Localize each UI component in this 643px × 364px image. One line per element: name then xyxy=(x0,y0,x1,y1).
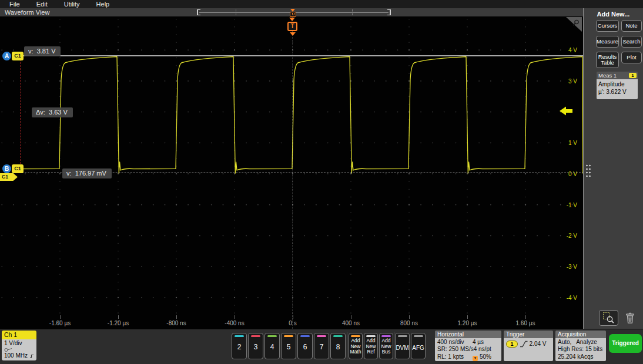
menu-utility[interactable]: Utility xyxy=(64,1,80,8)
channel-color-stripe xyxy=(414,335,423,337)
trigger-level: 2.04 V xyxy=(530,341,547,347)
y-axis-label: -3 V xyxy=(567,264,577,270)
zoom-corner-handle[interactable] xyxy=(564,17,582,33)
zoom-tool-button[interactable] xyxy=(599,310,618,326)
trigger-panel[interactable]: Trigger 1 2.04 V xyxy=(504,331,553,361)
menu-file[interactable]: File xyxy=(9,1,20,8)
panel-resize-grip[interactable] xyxy=(585,164,591,177)
channel-1-badge[interactable]: Ch 1 1 V/div 100 MHz xyxy=(2,331,36,360)
add-note-button[interactable]: Note xyxy=(621,20,642,32)
channel-color-stripe xyxy=(300,335,310,337)
add-new-bus-button[interactable]: Add New Bus xyxy=(379,333,393,359)
channel-5-button[interactable]: 5 xyxy=(281,333,296,359)
button-label: AFG xyxy=(411,345,425,351)
x-axis-label: 1.60 µs xyxy=(508,320,543,326)
add-plot-button[interactable]: Plot xyxy=(621,52,642,63)
delete-button[interactable] xyxy=(621,310,639,326)
afg-button[interactable]: AFG xyxy=(411,333,426,359)
meas-1-mean: µ': 3.622 V xyxy=(598,88,636,96)
add-new-math-button[interactable]: Add New Math xyxy=(349,333,363,359)
meas-1-card[interactable]: Meas 1 1 Amplitude µ': 3.622 V xyxy=(597,72,638,99)
cursor-delta-readout: Δv: 3.63 V xyxy=(32,107,73,117)
add-measure-button[interactable]: Measure xyxy=(596,36,619,48)
button-label: 2 xyxy=(232,343,246,351)
add-search-button[interactable]: Search xyxy=(621,36,642,48)
overview-right-bracket-handle[interactable] xyxy=(387,9,391,15)
horizontal-panel[interactable]: Horizontal 400 ns/div4 µsSR: 250 MS/s4 n… xyxy=(435,331,501,361)
channel-color-stripe xyxy=(235,335,244,337)
trigger-level-arrow-icon[interactable] xyxy=(559,106,572,116)
channel-1-settings: 1 V/div 100 MHz xyxy=(2,339,36,360)
divider xyxy=(347,332,347,360)
meas-1-body: Amplitude µ': 3.622 V xyxy=(597,79,638,99)
cursor-b-readout: v: 176.97 mV xyxy=(62,168,112,178)
y-axis-label: 3 V xyxy=(568,77,577,84)
horizontal-value: 4 µs xyxy=(473,339,484,346)
cursor-a-source-badge[interactable]: C1 xyxy=(12,52,24,60)
trigger-position-arrow-icon[interactable] xyxy=(289,18,295,21)
button-label: 7 xyxy=(314,343,329,351)
channel-1-trace[interactable] xyxy=(22,57,583,173)
overview-left-bracket-handle[interactable] xyxy=(197,9,200,15)
cursor-a-badge[interactable]: A xyxy=(2,52,11,60)
add-new-button-grid: CursorsNoteMeasureSearchResults TablePlo… xyxy=(596,20,642,68)
acquisition-line: Auto, Analyze xyxy=(558,339,604,346)
trigger-position-flag[interactable]: T xyxy=(287,22,297,31)
add-new-ref-button[interactable]: Add New Ref xyxy=(364,333,378,359)
channel-7-button[interactable]: 7 xyxy=(314,333,329,359)
add-results-table-button[interactable]: Results Table xyxy=(596,52,619,68)
trash-icon xyxy=(624,312,636,325)
button-label: Add New Ref xyxy=(364,338,377,355)
meas-1-header: Meas 1 1 xyxy=(597,72,638,79)
rising-edge-icon xyxy=(520,341,528,348)
x-axis-tick xyxy=(351,315,351,319)
cursor-b-source-badge[interactable]: C1 xyxy=(12,164,24,173)
channel-1-title: Ch 1 xyxy=(2,331,36,339)
channel-color-stripe xyxy=(284,335,293,337)
x-axis-label: 0 s xyxy=(275,320,310,326)
divider xyxy=(394,332,394,360)
channel-8-button[interactable]: 8 xyxy=(330,333,346,359)
y-axis-label: -4 V xyxy=(567,294,577,301)
button-label: 4 xyxy=(265,343,279,351)
channel-4-button[interactable]: 4 xyxy=(264,333,280,359)
button-label: 5 xyxy=(282,343,296,351)
expansion-point-badge-icon[interactable] xyxy=(290,12,296,17)
trigger-panel-body: 1 2.04 V xyxy=(504,338,553,361)
y-axis-label: -2 V xyxy=(567,232,577,239)
acquisition-panel-title: Acquisition xyxy=(555,331,606,338)
acquisition-panel[interactable]: Acquisition Auto, AnalyzeHigh Res: 15 bi… xyxy=(555,331,606,361)
channel-3-button[interactable]: 3 xyxy=(248,333,263,359)
y-axis-label: 1 V xyxy=(568,140,577,146)
y-axis-label: 4 V xyxy=(568,47,577,53)
trigger-panel-title: Trigger xyxy=(504,331,553,338)
waveform-display[interactable]: A C1 v: 3.81 V Δv: 3.63 V B C1 C1 v: 176… xyxy=(0,16,583,329)
button-label: 3 xyxy=(249,343,263,351)
waveform-view-title: Waveform View xyxy=(5,9,49,16)
horizontal-row: SR: 250 MS/s4 ns/pt xyxy=(437,346,499,353)
menu-help[interactable]: Help xyxy=(96,1,110,8)
cursor-a-line[interactable] xyxy=(22,55,583,56)
horizontal-value: RL: 1 kpts xyxy=(437,353,473,361)
x-axis-tick xyxy=(293,315,293,319)
cursor-b-badge[interactable]: B xyxy=(2,164,11,173)
horizontal-value: 400 ns/div xyxy=(437,339,473,346)
x-axis-label: 400 ns xyxy=(333,320,369,326)
button-label: DVM xyxy=(396,345,409,351)
x-axis-label: -1.20 µs xyxy=(101,320,136,326)
overview-tick xyxy=(236,9,236,15)
settings-bar: Ch 1 1 V/div 100 MHz 2345678Add New Mat xyxy=(0,329,643,364)
acquisition-panel-body: Auto, AnalyzeHigh Res: 15 bits25.204 kAc… xyxy=(555,338,606,361)
horizontal-value: SR: 250 MS/s xyxy=(437,346,474,353)
channel-6-button[interactable]: 6 xyxy=(297,333,313,359)
channel-color-stripe xyxy=(333,335,343,337)
button-label: Add New Math xyxy=(349,338,362,355)
x-axis-label: -1.60 µs xyxy=(42,320,78,326)
x-axis-tick xyxy=(60,315,61,319)
add-cursors-button[interactable]: Cursors xyxy=(596,20,619,32)
horizontal-value: 4 ns/pt xyxy=(474,346,491,353)
probe-icon xyxy=(4,348,12,352)
menu-edit[interactable]: Edit xyxy=(36,1,48,8)
channel-2-button[interactable]: 2 xyxy=(232,333,247,359)
dvm-button[interactable]: DVM xyxy=(395,333,410,359)
